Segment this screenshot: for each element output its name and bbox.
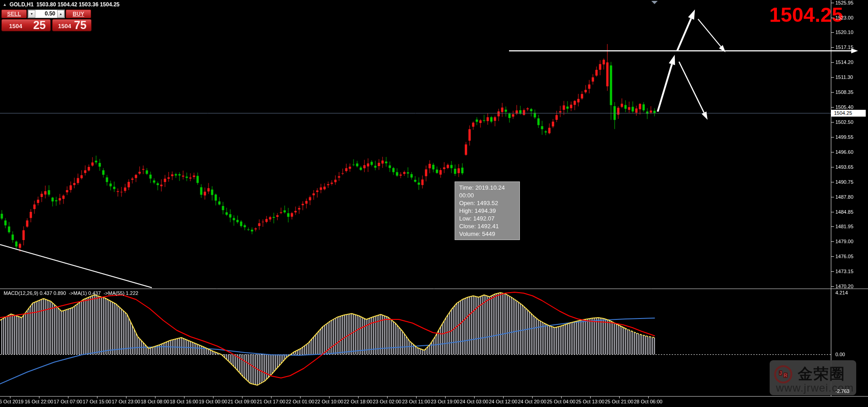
price-tick-label: 1508.35 bbox=[835, 89, 853, 95]
price-tick-mark bbox=[831, 152, 834, 152]
time-tick-mark bbox=[561, 397, 562, 398]
broker-logo-icon: J R bbox=[774, 365, 792, 383]
time-tick-label: 23 Oct 02:00 bbox=[373, 399, 402, 404]
time-tick-label: 18 Oct 08:00 bbox=[141, 399, 170, 404]
time-tick-label: 21 Oct 17:00 bbox=[257, 399, 286, 404]
tooltip-line: Low: 1492.07 bbox=[459, 215, 519, 222]
time-tick-mark bbox=[300, 397, 301, 398]
price-tick-label: 1481.95 bbox=[835, 224, 853, 230]
time-tick-label: 19 Oct 00:00 bbox=[199, 399, 228, 404]
price-tick-label: 1517.15 bbox=[835, 44, 853, 50]
price-tick-label: 1487.80 bbox=[835, 194, 853, 200]
time-tick-mark bbox=[329, 397, 330, 398]
price-tick-mark bbox=[831, 256, 834, 257]
price-tick-mark bbox=[831, 137, 834, 137]
trade-panel-row: SELL ▼ 0.50 ▲ BUY bbox=[1, 10, 92, 19]
time-tick-mark bbox=[242, 397, 242, 398]
price-tick-mark bbox=[831, 92, 834, 93]
sell-price-box[interactable]: 1504 25 bbox=[1, 19, 51, 31]
time-tick-mark bbox=[126, 397, 126, 398]
time-tick-mark bbox=[619, 397, 620, 398]
price-tick-mark bbox=[831, 212, 834, 212]
price-tick-label: 1496.60 bbox=[835, 149, 853, 155]
time-tick-mark bbox=[590, 397, 591, 398]
price-tick-label: 1473.15 bbox=[835, 269, 853, 275]
time-tick-mark bbox=[474, 397, 475, 398]
time-tick-mark bbox=[39, 397, 39, 398]
data-window-tooltip: Time: 2019.10.24 00:00Open: 1493.52High:… bbox=[455, 181, 520, 240]
time-tick-mark bbox=[358, 397, 359, 398]
time-tick-mark bbox=[503, 397, 504, 398]
volume-decrease-icon[interactable]: ▼ bbox=[28, 10, 35, 18]
buy-button[interactable]: BUY bbox=[66, 10, 91, 18]
time-tick-mark bbox=[387, 397, 388, 398]
tooltip-line: Close: 1492.41 bbox=[459, 222, 519, 230]
time-tick-label: 22 Oct 01:00 bbox=[286, 399, 315, 404]
current-price-tag: 1504.25 bbox=[831, 110, 866, 117]
time-tick-label: 25 Oct 04:00 bbox=[547, 399, 576, 404]
price-tick-label: 1511.30 bbox=[835, 74, 853, 80]
time-tick-label: 24 Oct 12:00 bbox=[489, 399, 518, 404]
time-tick-label: 22 Oct 10:00 bbox=[315, 399, 344, 404]
mt4-terminal-window: ▲ GOLD,H1 1503.80 1504.42 1503.36 1504.2… bbox=[0, 0, 868, 407]
symbol-info-bar: ▲ GOLD,H1 1503.80 1504.42 1503.36 1504.2… bbox=[3, 1, 120, 8]
volume-stepper[interactable]: ▼ 0.50 ▲ bbox=[28, 10, 65, 18]
one-click-panel-toggle-icon[interactable]: ▲ bbox=[3, 2, 7, 7]
tooltip-line: Volume: 5449 bbox=[459, 230, 519, 238]
price-tick-mark bbox=[831, 226, 834, 227]
time-tick-label: 23 Oct 11:00 bbox=[402, 399, 430, 404]
time-tick-label: 25 Oct 13:00 bbox=[576, 399, 605, 404]
price-tick-mark bbox=[831, 286, 834, 287]
symbol-title: GOLD,H1 bbox=[10, 1, 34, 8]
price-tick-label: 1490.75 bbox=[835, 179, 853, 185]
time-tick-mark bbox=[648, 397, 649, 398]
time-tick-mark bbox=[271, 397, 272, 398]
price-tick-label: 1502.50 bbox=[835, 119, 853, 125]
time-tick-label: 16 Oct 2019 bbox=[0, 399, 24, 404]
time-tick-mark bbox=[10, 397, 10, 398]
price-tick-mark bbox=[831, 197, 834, 197]
tooltip-line: High: 1494.39 bbox=[459, 207, 519, 215]
price-tick-label: 1514.20 bbox=[835, 59, 853, 65]
buy-price-small: 1504 bbox=[58, 23, 71, 29]
logo-letter-j: J bbox=[779, 370, 782, 376]
price-tick-label: 1525.95 bbox=[835, 0, 853, 6]
sell-price-small: 1504 bbox=[9, 23, 22, 29]
logo-letter-r: R bbox=[783, 373, 788, 378]
sell-button[interactable]: SELL bbox=[1, 10, 27, 18]
tooltip-line: Open: 1493.52 bbox=[459, 199, 519, 207]
price-chart-canvas[interactable] bbox=[0, 0, 868, 407]
buy-price-box[interactable]: 1504 75 bbox=[52, 19, 92, 31]
time-tick-label: 28 Oct 06:00 bbox=[634, 399, 663, 404]
tooltip-line: Time: 2019.10.24 00:00 bbox=[459, 184, 519, 199]
price-tick-label: 1493.65 bbox=[835, 164, 853, 170]
price-tick-mark bbox=[831, 62, 834, 63]
price-tick-mark bbox=[831, 47, 834, 48]
current-price-display: 1504.25 bbox=[766, 5, 843, 25]
macd-scale-label: 4.214 bbox=[835, 290, 848, 296]
time-tick-label: 22 Oct 18:00 bbox=[344, 399, 373, 404]
sell-price-big: 25 bbox=[33, 19, 46, 32]
volume-increase-icon[interactable]: ▲ bbox=[57, 10, 64, 18]
price-tick-mark bbox=[831, 32, 834, 33]
time-tick-label: 24 Oct 20:00 bbox=[518, 399, 547, 404]
time-tick-mark bbox=[155, 397, 155, 398]
time-tick-label: 25 Oct 21:00 bbox=[605, 399, 634, 404]
time-tick-mark bbox=[97, 397, 97, 398]
volume-input[interactable]: 0.50 bbox=[35, 10, 57, 18]
quote-ohlc-line: 1503.80 1504.42 1503.36 1504.25 bbox=[36, 1, 120, 8]
price-tick-mark bbox=[831, 18, 834, 18]
price-tick-mark bbox=[831, 241, 834, 242]
macd-indicator-label: MACD(12,26,9) 0.437 0.890 ->MA(1) 0.437 … bbox=[4, 290, 138, 296]
time-tick-label: 17 Oct 07:00 bbox=[54, 399, 82, 404]
time-tick-label: 23 Oct 19:00 bbox=[431, 399, 460, 404]
price-tick-mark bbox=[831, 182, 834, 182]
price-tick-label: 1476.05 bbox=[835, 254, 853, 260]
price-tick-label: 1484.85 bbox=[835, 209, 853, 215]
time-tick-mark bbox=[184, 397, 184, 398]
price-tick-label: 1520.10 bbox=[835, 29, 853, 35]
time-tick-mark bbox=[213, 397, 213, 398]
time-tick-label: 16 Oct 22:00 bbox=[25, 399, 53, 404]
price-tick-mark bbox=[831, 167, 834, 167]
price-tick-label: 1499.55 bbox=[835, 134, 853, 140]
